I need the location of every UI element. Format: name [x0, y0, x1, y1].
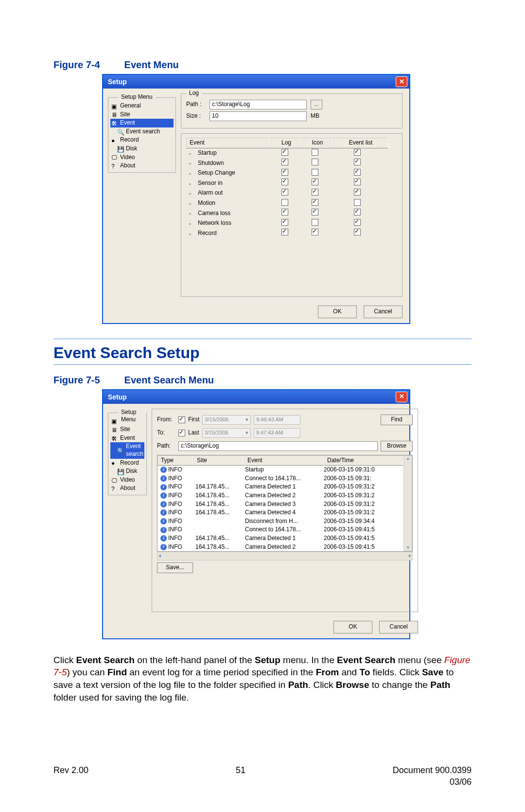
to-time[interactable]: 9:47:43 AM — [254, 428, 300, 438]
list-row[interactable]: iINFOConnect to 164.178...2006-03-15 09:… — [158, 474, 403, 483]
icon-checkbox[interactable] — [312, 199, 318, 206]
sidebar-label: Setup Menu — [118, 93, 156, 101]
eventlist-checkbox[interactable] — [354, 209, 361, 216]
browse-dots-button[interactable]: ... — [311, 100, 322, 109]
section-heading: Event Search Setup — [53, 343, 472, 365]
browse-button[interactable]: Browse — [381, 441, 413, 451]
eventlist-checkbox[interactable] — [354, 219, 361, 226]
eventlist-checkbox[interactable] — [354, 179, 361, 185]
event-row: ◦Camera loss — [186, 208, 397, 218]
sidebar-item-video[interactable]: 🖵Video — [110, 476, 144, 485]
log-checkbox[interactable] — [281, 169, 288, 176]
sidebar-item-disk[interactable]: 💾Disk — [110, 144, 174, 153]
sidebar-item-event-search[interactable]: 🔍Event search — [110, 127, 174, 136]
sidebar-label: Setup Menu — [118, 409, 146, 424]
sidebar-item-site[interactable]: 🖥Site — [110, 110, 174, 119]
sidebar-item-event[interactable]: 🛠Event — [110, 119, 174, 127]
icon-checkbox[interactable] — [312, 169, 318, 176]
figure-caption-2: Figure 7-5Event Search Menu — [53, 374, 472, 386]
cancel-button[interactable]: Cancel — [379, 621, 418, 633]
list-header: Type Site Event Date/Time — [158, 455, 403, 466]
screenshot-event-menu: Setup ✕ Setup Menu ▣General 🖥Site 🛠Event… — [102, 74, 410, 324]
ok-button[interactable]: OK — [333, 621, 372, 633]
log-checkbox[interactable] — [281, 189, 288, 196]
info-icon: i — [160, 492, 167, 499]
list-row[interactable]: iINFO164.178.45...Camera Detected 22006-… — [158, 543, 403, 552]
sidebar-item-site[interactable]: 🖥Site — [110, 425, 144, 434]
icon-checkbox[interactable] — [312, 229, 318, 235]
info-icon: i — [160, 544, 167, 550]
chevron-down-icon: ▾ — [245, 429, 248, 436]
to-date[interactable]: 3/15/2006▾ — [202, 428, 251, 438]
to-label: To: — [157, 429, 175, 437]
first-label: First — [188, 416, 199, 424]
from-date[interactable]: 3/15/2006▾ — [202, 415, 251, 425]
sidebar-item-record[interactable]: ●Record — [110, 459, 144, 468]
info-icon: i — [160, 501, 167, 507]
cancel-button[interactable]: Cancel — [364, 306, 402, 318]
list-row[interactable]: iINFOConnect to 164.178...2006-03-15 09:… — [158, 525, 403, 534]
last-checkbox[interactable] — [178, 430, 185, 436]
log-checkbox[interactable] — [281, 149, 288, 156]
sidebar-item-video[interactable]: 🖵Video — [110, 153, 174, 162]
first-checkbox[interactable] — [178, 416, 185, 423]
size-label: Size : — [186, 112, 206, 120]
eventlist-checkbox[interactable] — [354, 229, 361, 235]
icon-checkbox[interactable] — [312, 219, 318, 226]
list-row[interactable]: iINFOStartup2006-03-15 09:31:0 — [158, 466, 403, 474]
log-checkbox[interactable] — [281, 229, 288, 235]
eventlist-checkbox[interactable] — [354, 159, 361, 165]
list-row[interactable]: iINFO164.178.45...Camera Detected 22006-… — [158, 491, 403, 500]
event-row: ◦Setup Change — [186, 168, 397, 179]
titlebar: Setup ✕ — [103, 390, 409, 404]
icon-checkbox[interactable] — [312, 149, 318, 156]
sidebar-item-event-search[interactable]: 🔍Event search — [110, 442, 144, 458]
event-row: ◦Shutdown — [186, 158, 397, 168]
log-checkbox[interactable] — [281, 179, 288, 185]
log-checkbox[interactable] — [281, 159, 288, 165]
find-button[interactable]: Find — [381, 415, 413, 425]
log-checkbox[interactable] — [281, 199, 288, 206]
sidebar-item-disk[interactable]: 💾Disk — [110, 467, 144, 476]
log-checkbox[interactable] — [281, 219, 288, 226]
event-table-header: Event Log Icon Event list — [186, 138, 397, 148]
icon-checkbox[interactable] — [312, 189, 318, 196]
icon-checkbox[interactable] — [312, 209, 318, 216]
info-icon: i — [160, 527, 167, 533]
list-row[interactable]: iINFO164.178.45...Camera Detected 32006-… — [158, 500, 403, 509]
titlebar: Setup ✕ — [103, 75, 409, 89]
figure-caption-1: Figure 7-4Event Menu — [53, 58, 472, 71]
sidebar-item-about[interactable]: ?About — [110, 162, 174, 170]
sidebar-item-event[interactable]: 🛠Event — [110, 434, 144, 443]
from-time[interactable]: 9:46:43 AM — [254, 415, 300, 425]
event-row: ◦Startup — [186, 148, 397, 159]
save-button[interactable]: Save... — [157, 562, 193, 573]
size-input[interactable]: 10 — [210, 111, 307, 121]
path-input[interactable]: c:\Storage\Log — [210, 100, 307, 109]
sidebar-item-general[interactable]: ▣General — [110, 102, 174, 110]
icon-checkbox[interactable] — [312, 159, 318, 165]
eventlist-checkbox[interactable] — [354, 169, 361, 176]
list-row[interactable]: iINFO164.178.45...Camera Detected 42006-… — [158, 508, 403, 517]
scrollbar-vertical[interactable]: ▴▾ — [403, 455, 412, 552]
list-row[interactable]: iINFODisconnect from H...2006-03-15 09:3… — [158, 517, 403, 526]
log-checkbox[interactable] — [281, 209, 288, 216]
info-icon: i — [160, 475, 167, 482]
sidebar-item-record[interactable]: ●Record — [110, 136, 174, 144]
list-row[interactable]: iINFO164.178.45...Camera Detected 12006-… — [158, 483, 403, 491]
screenshot-event-search-menu: Setup ✕ Setup Menu ▣General 🖥Site 🛠Event… — [102, 389, 410, 639]
eventlist-checkbox[interactable] — [354, 199, 361, 206]
from-label: From: — [157, 416, 175, 424]
close-icon[interactable]: ✕ — [396, 392, 407, 402]
close-icon[interactable]: ✕ — [396, 76, 407, 87]
scrollbar-horizontal[interactable]: ◂▸ — [157, 552, 413, 560]
list-row[interactable]: iINFO164.178.45...Camera Detected 12006-… — [158, 534, 403, 543]
icon-checkbox[interactable] — [312, 179, 318, 185]
log-group-label: Log — [186, 90, 202, 97]
eventlist-checkbox[interactable] — [354, 149, 361, 156]
path-label: Path : — [186, 101, 206, 108]
ok-button[interactable]: OK — [318, 306, 357, 318]
eventlist-checkbox[interactable] — [354, 189, 361, 196]
sidebar-item-about[interactable]: ?About — [110, 484, 144, 493]
path-input2[interactable]: c:\Storage\Log — [178, 441, 378, 451]
